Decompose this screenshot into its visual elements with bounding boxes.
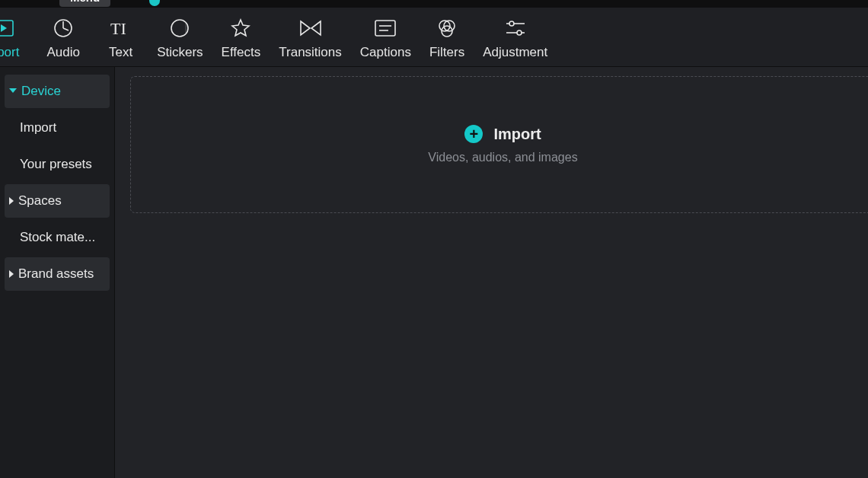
tab-effects[interactable]: Effects	[212, 16, 270, 63]
sidebar-item-label: Import	[20, 120, 56, 135]
tab-transitions[interactable]: Transitions	[270, 16, 351, 63]
titlebar: Menu Auto-saved: 16:09.27	[0, 0, 868, 8]
tab-captions-label: Captions	[360, 45, 411, 60]
main-toolbar: mport Audio TI Text Stickers Effects Tra…	[0, 8, 868, 67]
tab-filters[interactable]: Filters	[420, 16, 474, 63]
transitions-icon	[299, 16, 322, 40]
tab-filters-label: Filters	[429, 45, 464, 60]
svg-marker-1	[1, 24, 7, 32]
autosave-text: Auto-saved: 16:09.27	[166, 0, 275, 2]
text-icon: TI	[110, 16, 132, 40]
import-dropzone-title: Import	[493, 126, 541, 143]
filters-icon	[436, 16, 458, 40]
svg-rect-9	[375, 21, 395, 36]
tab-audio[interactable]: Audio	[33, 16, 93, 63]
svg-point-16	[509, 21, 514, 26]
sidebar-item-label: Spaces	[18, 193, 62, 209]
sidebar-item-label: Your presets	[20, 157, 92, 172]
sidebar-item-device[interactable]: Device	[5, 75, 110, 108]
import-dropzone-header: + Import	[464, 125, 541, 143]
tab-effects-label: Effects	[222, 45, 261, 60]
adjustment-icon	[504, 16, 527, 40]
captions-icon	[375, 16, 396, 40]
menu-button[interactable]: Menu	[59, 0, 110, 7]
tab-audio-label: Audio	[46, 45, 79, 60]
tab-import-label: mport	[0, 45, 19, 60]
tab-text-label: Text	[109, 45, 132, 60]
sidebar-item-label: Device	[21, 84, 61, 99]
tab-text[interactable]: TI Text	[94, 16, 148, 63]
svg-text:TI: TI	[110, 19, 126, 37]
tab-stickers-label: Stickers	[157, 45, 203, 60]
sidebar-item-brand-assets[interactable]: Brand assets	[5, 257, 110, 291]
effects-icon	[231, 16, 251, 40]
svg-marker-8	[311, 21, 321, 35]
import-dropzone-subtitle: Videos, audios, and images	[428, 151, 577, 164]
tab-adjustment[interactable]: Adjustment	[474, 16, 557, 63]
sidebar-item-your-presets[interactable]: Your presets	[5, 148, 110, 181]
svg-point-18	[517, 30, 522, 35]
stickers-icon	[170, 16, 190, 40]
sidebar: Device Import Your presets Spaces Stock …	[0, 67, 114, 478]
plus-icon: +	[464, 125, 483, 143]
autosave-indicator-icon	[149, 0, 160, 6]
sidebar-item-label: Stock mate...	[20, 230, 95, 245]
tab-transitions-label: Transitions	[279, 45, 342, 60]
sidebar-item-label: Brand assets	[18, 266, 94, 282]
sidebar-item-spaces[interactable]: Spaces	[5, 184, 110, 218]
audio-icon	[53, 16, 73, 40]
svg-line-4	[63, 28, 69, 30]
main-panel: + Import Videos, audios, and images	[114, 67, 868, 478]
sidebar-item-import[interactable]: Import	[5, 111, 110, 145]
svg-marker-7	[301, 21, 310, 35]
import-icon	[0, 16, 14, 40]
tab-stickers[interactable]: Stickers	[148, 16, 212, 63]
body: Device Import Your presets Spaces Stock …	[0, 67, 868, 478]
tab-import[interactable]: mport	[0, 16, 33, 63]
sidebar-item-stock-materials[interactable]: Stock mate...	[5, 221, 110, 254]
tab-captions[interactable]: Captions	[351, 16, 420, 63]
tab-adjustment-label: Adjustment	[483, 45, 547, 60]
import-dropzone[interactable]: + Import Videos, audios, and images	[130, 76, 868, 213]
